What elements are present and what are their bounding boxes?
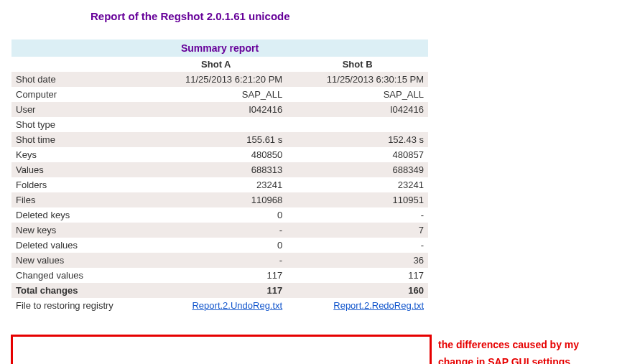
table-row: Shot type (11, 117, 428, 132)
row-value-a (145, 117, 287, 132)
row-label: Computer (11, 87, 145, 102)
table-row: New values-36 (11, 253, 428, 268)
row-value-b: 688349 (287, 162, 428, 177)
page-title: Report of the Regshot 2.0.1.61 unicode (91, 10, 629, 22)
highlight-box (11, 335, 432, 364)
table-row: Deleted keys0- (11, 207, 428, 223)
row-label: Deleted keys (11, 207, 145, 223)
total-label: Total changes (11, 283, 145, 298)
row-value-a: 480850 (145, 147, 287, 162)
row-value-b: 480857 (287, 147, 428, 162)
row-value-b: - (287, 207, 428, 223)
total-a: 117 (145, 283, 287, 298)
row-label: Shot time (11, 132, 145, 147)
table-row: Shot date11/25/2013 6:21:20 PM11/25/2013… (11, 72, 428, 87)
table-row: Keys480850480857 (11, 147, 428, 162)
table-row: Deleted values0- (11, 238, 428, 253)
row-value-a: 0 (145, 238, 287, 253)
row-value-a: - (145, 223, 287, 238)
row-value-b: 23241 (287, 177, 428, 192)
col-blank (11, 57, 145, 72)
row-value-b: - (287, 238, 428, 253)
table-row: Folders2324123241 (11, 177, 428, 192)
row-label: Changed values (11, 268, 145, 283)
row-value-a: 11/25/2013 6:21:20 PM (145, 72, 287, 87)
total-row: Total changes117160 (11, 283, 428, 298)
total-b: 160 (287, 283, 428, 298)
row-value-a: - (145, 253, 287, 268)
row-label: New values (11, 253, 145, 268)
row-value-a: I042416 (145, 102, 287, 117)
row-value-a: 688313 (145, 162, 287, 177)
row-label: Deleted values (11, 238, 145, 253)
table-row: Files110968110951 (11, 192, 428, 207)
row-value-b: 7 (287, 223, 428, 238)
row-value-b: I042416 (287, 102, 428, 117)
annotation-text: the differences caused by my change in S… (438, 337, 579, 364)
row-label: Values (11, 162, 145, 177)
summary-header: Summary report (11, 39, 428, 57)
row-value-a: 0 (145, 207, 287, 223)
undo-link[interactable]: Report.2.UndoReg.txt (192, 300, 282, 311)
row-value-a: 117 (145, 268, 287, 283)
annotation-line2: change in SAP GUI settings (438, 354, 579, 364)
annotation-line1: the differences caused by my (438, 337, 579, 354)
row-label: Keys (11, 147, 145, 162)
row-value-b: 36 (287, 253, 428, 268)
row-value-a: SAP_ALL (145, 87, 287, 102)
row-label: Shot date (11, 72, 145, 87)
row-value-b: 152.43 s (287, 132, 428, 147)
row-label: Shot type (11, 117, 145, 132)
row-value-b (287, 117, 428, 132)
row-value-b: 117 (287, 268, 428, 283)
row-value-a: 155.61 s (145, 132, 287, 147)
col-shot-a: Shot A (145, 57, 287, 72)
row-value-b: 11/25/2013 6:30:15 PM (287, 72, 428, 87)
table-row: New keys-7 (11, 223, 428, 238)
row-value-b: SAP_ALL (287, 87, 428, 102)
file-row: File to restoring registryReport.2.UndoR… (11, 298, 428, 313)
file-row-label: File to restoring registry (11, 298, 145, 313)
row-value-b: 110951 (287, 192, 428, 207)
row-label: Folders (11, 177, 145, 192)
table-row: Values688313688349 (11, 162, 428, 177)
col-shot-b: Shot B (287, 57, 428, 72)
row-value-a: 23241 (145, 177, 287, 192)
table-row: Changed values117117 (11, 268, 428, 283)
row-label: Files (11, 192, 145, 207)
table-row: UserI042416I042416 (11, 102, 428, 117)
summary-table: Summary report Shot A Shot B Shot date11… (11, 39, 428, 313)
row-value-a: 110968 (145, 192, 287, 207)
redo-link[interactable]: Report.2.RedoReg.txt (333, 300, 424, 311)
row-label: New keys (11, 223, 145, 238)
table-row: Shot time155.61 s152.43 s (11, 132, 428, 147)
table-row: ComputerSAP_ALLSAP_ALL (11, 87, 428, 102)
row-label: User (11, 102, 145, 117)
